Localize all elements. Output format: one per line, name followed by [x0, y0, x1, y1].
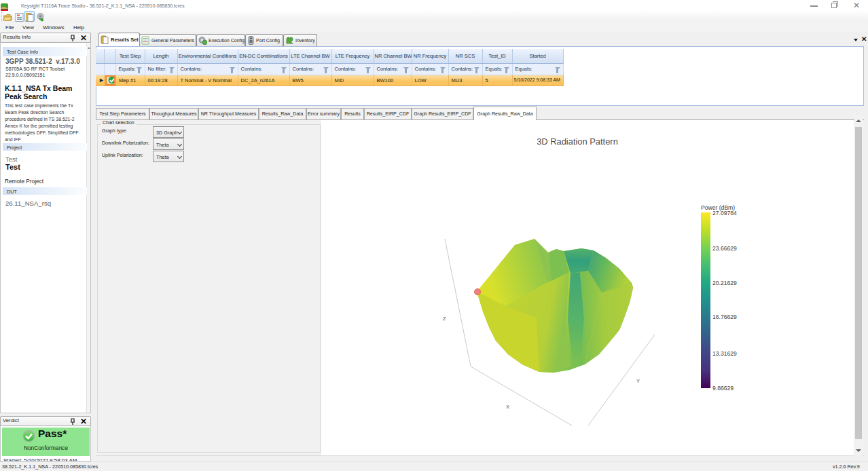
svg-text:16.76629: 16.76629: [712, 314, 737, 320]
svg-text:23.66629: 23.66629: [712, 245, 737, 252]
svg-text:13.31629: 13.31629: [712, 350, 737, 357]
svg-text:20.21629: 20.21629: [712, 280, 737, 286]
svg-text:Y: Y: [636, 378, 640, 384]
svg-text:9.86629: 9.86629: [712, 385, 734, 392]
svg-text:3D Radiation Pattern: 3D Radiation Pattern: [537, 136, 618, 147]
svg-text:27.09784: 27.09784: [712, 210, 737, 216]
svg-text:Z: Z: [443, 316, 446, 322]
svg-text:X: X: [506, 404, 509, 410]
